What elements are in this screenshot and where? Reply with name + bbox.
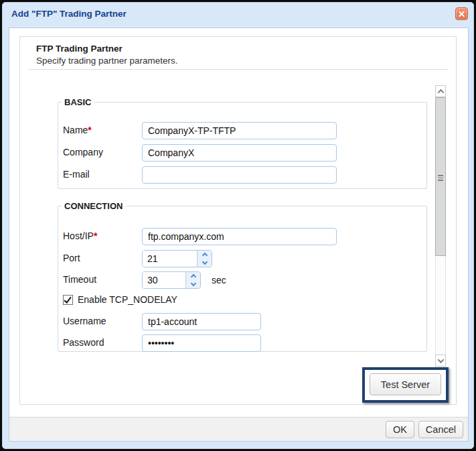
password-row: Password [63, 334, 261, 352]
name-label: Name* [63, 122, 142, 135]
port-input[interactable] [143, 251, 197, 267]
dialog-body: FTP Trading Partner Specify trading part… [9, 27, 469, 442]
wizard-title: FTP Trading Partner [36, 44, 123, 54]
port-spin-up-icon[interactable] [202, 253, 207, 258]
tcp-nodelay-checkbox-row[interactable]: Enable TCP_NODELAY [63, 294, 177, 305]
timeout-unit-label: sec [212, 271, 226, 285]
host-row: Host/IP* [63, 228, 337, 245]
username-row: Username [63, 313, 261, 330]
connection-section: CONNECTION Host/IP* Port [58, 201, 427, 352]
email-row: E-mail [63, 166, 337, 184]
wizard-subtitle: Specify trading partner parameters. [36, 56, 178, 66]
required-marker: * [94, 231, 97, 241]
vertical-scrollbar [435, 85, 446, 367]
ok-button[interactable]: OK [386, 421, 414, 438]
timeout-row: Timeout sec [63, 271, 226, 289]
chevron-down-icon [437, 357, 444, 363]
timeout-spin-up-icon[interactable] [190, 274, 195, 279]
email-input[interactable] [142, 166, 337, 184]
timeout-spinner [142, 271, 201, 289]
check-icon [64, 295, 72, 303]
dialog-window: Add "FTP" Trading Partner FTP Trading Pa… [2, 2, 474, 449]
timeout-spin-down-icon[interactable] [190, 281, 195, 286]
timeout-input[interactable] [143, 272, 185, 288]
company-label: Company [63, 144, 142, 157]
password-label: Password [63, 334, 142, 348]
port-spinner-buttons [197, 251, 212, 267]
port-row: Port [63, 250, 212, 267]
wizard-panel: FTP Trading Partner Specify trading part… [19, 36, 457, 405]
port-spinner [142, 250, 212, 267]
scrollbar-thumb[interactable] [435, 97, 446, 256]
close-icon [458, 10, 465, 17]
required-marker: * [88, 125, 91, 135]
dialog-footer: OK Cancel [9, 417, 468, 441]
tcp-nodelay-label: Enable TCP_NODELAY [78, 294, 177, 305]
username-label: Username [63, 313, 142, 326]
host-input[interactable] [142, 228, 337, 245]
scrollbar-grip-icon [438, 175, 443, 182]
tcp-nodelay-checkbox[interactable] [63, 295, 73, 305]
basic-legend: BASIC [62, 97, 94, 107]
port-spin-down-icon[interactable] [202, 259, 207, 265]
test-server-highlight-box: Test Server [362, 367, 449, 403]
close-button[interactable] [455, 7, 468, 20]
connection-legend: CONNECTION [62, 201, 125, 211]
scrollbar-up-button[interactable] [435, 85, 446, 97]
username-input[interactable] [142, 313, 261, 330]
host-label: Host/IP* [63, 228, 142, 241]
email-label: E-mail [63, 166, 142, 180]
timeout-label: Timeout [63, 271, 142, 285]
test-server-button[interactable]: Test Server [370, 373, 441, 395]
chevron-up-icon [437, 88, 444, 95]
timeout-spinner-buttons [185, 272, 200, 288]
name-row: Name* [63, 122, 337, 139]
scrollbar-down-button[interactable] [435, 355, 446, 367]
basic-section: BASIC Name* Company E-mail [58, 97, 427, 189]
password-input[interactable] [142, 334, 261, 352]
dialog-title: Add "FTP" Trading Partner [11, 9, 127, 19]
name-input[interactable] [142, 122, 337, 139]
port-label: Port [63, 250, 142, 263]
company-row: Company [63, 144, 337, 162]
header-divider [28, 69, 448, 70]
company-input[interactable] [142, 144, 337, 162]
cancel-button[interactable]: Cancel [418, 421, 463, 438]
screenshot-root: Add "FTP" Trading Partner FTP Trading Pa… [0, 0, 476, 451]
